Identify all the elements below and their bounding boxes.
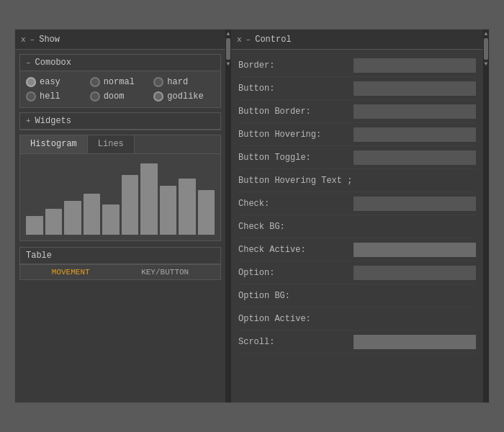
chart-section: Histogram Lines [19,135,221,241]
radio-hard[interactable]: hard [153,77,215,87]
scroll-up-arrow[interactable]: ▲ [227,31,230,37]
bar-4 [84,194,101,235]
radio-normal[interactable]: normal [90,77,151,87]
control-check-bg: Check BG: [238,215,476,238]
scroll-thumb-left[interactable] [226,38,230,60]
table-columns: MOVEMENT KEY/BUTTON [20,264,220,279]
table-title: Table [26,251,52,261]
label-scroll: Scroll: [238,337,354,347]
left-panel-title: Show [39,35,60,45]
radio-circle-hard [153,77,163,87]
left-scrollbar[interactable]: ▲ ▼ [225,30,231,402]
bar-5 [102,204,120,235]
label-button-hovering-text: Button Hovering Text ; [238,176,354,186]
left-dash: – [30,35,35,44]
label-check-bg: Check BG: [238,222,354,232]
radio-circle-doom [90,91,100,102]
right-scrollbar[interactable]: ▲ ▼ [483,30,489,402]
label-check: Check: [238,199,354,209]
right-close-button[interactable]: x [237,35,242,44]
chart-tab-bar: Histogram Lines [20,135,220,154]
label-button-hovering: Button Hovering: [238,130,354,140]
table-header[interactable]: Table [20,248,220,264]
label-check-active: Check Active: [238,245,354,255]
left-panel-content: – Comobox easy norma [15,50,225,402]
radio-circle-normal [90,77,100,87]
control-button-border: Button Border: [238,100,476,123]
radio-easy[interactable]: easy [26,77,87,87]
right-panel-content: Border: Button: Button Border: Button Ho… [231,50,483,402]
input-check-active[interactable] [354,243,476,257]
bar-7 [140,163,158,235]
combobox-body: easy normal hard [20,71,220,107]
control-option-bg: Option BG: [238,284,476,307]
combobox-section: – Comobox easy norma [19,54,221,108]
label-button-border: Button Border: [238,107,354,117]
control-button: Button: [238,77,476,100]
control-border: Border: [238,54,476,77]
input-button-toggle[interactable] [354,150,476,165]
bar-1 [26,216,43,235]
input-scroll[interactable] [354,335,476,349]
combobox-toggle[interactable]: – [26,58,31,67]
radio-label-hard: hard [167,77,188,87]
scroll-down-arrow[interactable]: ▼ [227,61,230,67]
label-option: Option: [238,268,354,278]
widgets-title: Widgets [35,116,71,126]
input-button[interactable] [354,81,476,96]
control-button-hovering: Button Hovering: [238,123,476,146]
radio-godlike[interactable]: godlike [153,91,215,102]
radio-grid: easy normal hard [26,77,215,102]
control-check: Check: [238,192,476,215]
right-titlebar: x – Control [231,30,483,50]
radio-label-easy: easy [40,77,60,87]
widgets-section: + Widgets [19,112,221,130]
bar-2 [45,209,63,235]
input-option[interactable] [354,266,476,280]
radio-label-godlike: godlike [167,91,203,102]
table-col-key: KEY/BUTTON [141,268,189,276]
scroll-thumb-right[interactable] [484,38,488,60]
tab-lines[interactable]: Lines [88,135,135,153]
right-scroll-down[interactable]: ▼ [485,61,488,67]
radio-circle-godlike [153,91,163,102]
left-titlebar: x – Show [15,30,225,50]
bar-10 [198,190,215,235]
control-button-toggle: Button Toggle: [238,146,476,169]
radio-label-normal: normal [104,77,135,87]
table-col-movement: MOVEMENT [52,268,90,276]
control-button-hovering-text: Button Hovering Text ; [238,169,476,192]
right-scroll-up[interactable]: ▲ [485,31,488,37]
widgets-toggle[interactable]: + [26,117,31,125]
bar-8 [160,186,177,235]
input-button-border[interactable] [354,104,476,119]
radio-hell[interactable]: hell [26,91,87,102]
radio-label-doom: doom [104,91,125,102]
combobox-title: Comobox [35,58,71,68]
right-dash: – [246,35,251,44]
label-option-active: Option Active: [238,314,354,324]
right-panel-title: Control [255,35,291,45]
histogram-container [20,154,220,240]
control-check-active: Check Active: [238,238,476,261]
radio-label-hell: hell [40,91,60,102]
label-border: Border: [238,60,354,71]
left-close-button[interactable]: x [21,35,26,44]
widgets-header[interactable]: + Widgets [20,113,220,130]
input-check[interactable] [354,197,476,211]
tab-histogram[interactable]: Histogram [20,135,88,153]
bar-6 [122,175,139,235]
control-scroll: Scroll: [238,330,476,354]
input-border[interactable] [354,58,476,73]
table-section: Table MOVEMENT KEY/BUTTON [19,247,221,280]
label-button: Button: [238,84,354,94]
radio-doom[interactable]: doom [90,91,151,102]
label-option-bg: Option BG: [238,291,354,301]
bar-9 [179,179,196,235]
radio-circle-easy [26,77,36,87]
label-button-toggle: Button Toggle: [238,153,354,163]
bar-3 [64,201,81,235]
control-option: Option: [238,261,476,284]
combobox-header[interactable]: – Comobox [20,55,220,71]
input-button-hovering[interactable] [354,127,476,142]
